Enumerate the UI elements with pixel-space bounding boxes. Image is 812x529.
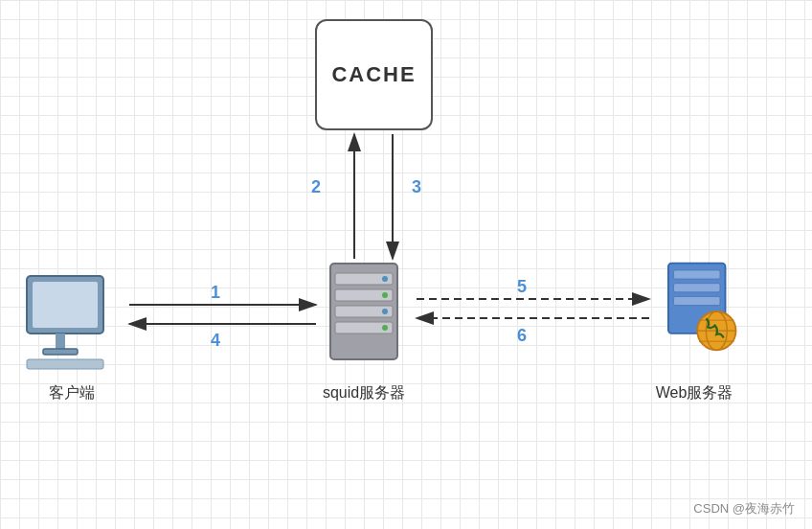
web-server-icon: [651, 259, 747, 364]
arrow-num-4: 4: [211, 331, 220, 351]
svg-rect-26: [673, 296, 720, 305]
svg-point-19: [382, 276, 388, 282]
svg-point-22: [382, 325, 388, 331]
cache-box: CACHE: [315, 19, 433, 130]
arrow-num-3: 3: [412, 177, 421, 197]
squid-label: squid服务器: [278, 383, 450, 403]
svg-point-20: [382, 292, 388, 298]
svg-rect-25: [673, 284, 720, 292]
client-label: 客户端: [19, 383, 124, 403]
web-label: Web服务器: [632, 383, 756, 403]
arrow-num-2: 2: [311, 177, 321, 197]
svg-rect-24: [673, 270, 720, 279]
arrow-num-5: 5: [517, 277, 527, 297]
watermark: CSDN @夜海赤竹: [693, 500, 795, 518]
arrow-num-6: 6: [517, 326, 527, 346]
arrow-num-1: 1: [211, 283, 220, 303]
svg-rect-13: [27, 359, 103, 369]
squid-server-icon: [316, 259, 412, 364]
cache-label: CACHE: [331, 62, 416, 87]
diagram-container: CACHE 1 2 3: [0, 0, 812, 529]
svg-rect-10: [33, 282, 98, 328]
svg-point-21: [382, 309, 388, 314]
client-computer-icon: [19, 268, 124, 374]
svg-rect-12: [43, 349, 78, 355]
